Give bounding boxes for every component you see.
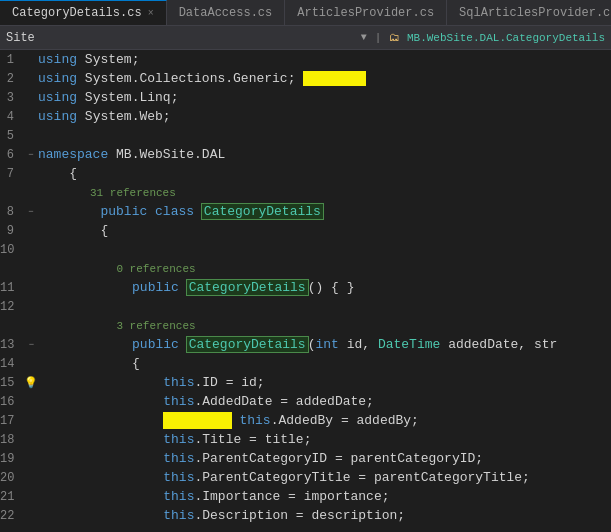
line-num-7: 7 [0, 167, 24, 181]
code-text-19: this.ParentCategoryID = parentCategoryID… [38, 451, 611, 466]
code-line-15: 15 💡 this.ID = id; [0, 373, 611, 392]
code-line-ref3: 13 3 references [0, 316, 611, 335]
code-line-6: 6 − namespace MB.WebSite.DAL [0, 145, 611, 164]
line-num-19: 19 [0, 452, 24, 466]
line-num-22: 22 [0, 509, 24, 523]
line-num-3: 3 [0, 91, 24, 105]
line-num-13: 13 [0, 338, 24, 352]
fold-icon-8[interactable]: − [24, 202, 38, 221]
code-line-3: 3 using System.Linq; [0, 88, 611, 107]
code-text-15: this.ID = id; [38, 375, 611, 390]
line-num-2: 2 [0, 72, 24, 86]
fold-icon-6[interactable]: − [24, 145, 38, 164]
code-text-9: { [38, 223, 611, 238]
line-num-11: 11 [0, 281, 24, 295]
code-text-ref3: 3 references [38, 320, 611, 332]
code-text-10 [38, 242, 611, 257]
code-line-1: 1 − using System; [0, 50, 611, 69]
line-num-12: 12 [0, 300, 24, 314]
code-line-7: 7 { [0, 164, 611, 183]
code-line-13: 13 − public CategoryDetails(int id, Date… [0, 335, 611, 354]
code-text-17: this.AddedBy = addedBy; [38, 413, 611, 428]
tab-label: ArticlesProvider.cs [297, 6, 434, 20]
code-line-14: 14 { [0, 354, 611, 373]
code-line-9: 9 { [0, 221, 611, 240]
line-num-4: 4 [0, 110, 24, 124]
line-num-20: 20 [0, 471, 24, 485]
tab-sql-articles-provider[interactable]: SqlArticlesProvider.cs [447, 0, 611, 25]
code-text-20: this.ParentCategoryTitle = parentCategor… [38, 470, 611, 485]
code-line-19: 19 this.ParentCategoryID = parentCategor… [0, 449, 611, 468]
code-text-6: namespace MB.WebSite.DAL [38, 147, 611, 162]
code-line-16: 16 this.AddedDate = addedDate; [0, 392, 611, 411]
fold-icon-13[interactable]: − [24, 335, 38, 354]
code-line-21: 21 this.Importance = importance; [0, 487, 611, 506]
tab-articles-provider[interactable]: ArticlesProvider.cs [285, 0, 447, 25]
search-bar: ▼ | 🗂 MB.WebSite.DAL.CategoryDetails [0, 26, 611, 50]
dropdown-arrow-icon[interactable]: ▼ [361, 32, 367, 43]
code-line-22: 22 this.Description = description; [0, 506, 611, 525]
code-text-7: { [38, 166, 611, 181]
tab-label: CategoryDetails.cs [12, 6, 142, 20]
tab-category-details[interactable]: CategoryDetails.cs × [0, 0, 167, 25]
code-text-2: using System.Collections.Generic; [38, 71, 611, 86]
line-num-16: 16 [0, 395, 24, 409]
code-text-18: this.Title = title; [38, 432, 611, 447]
tab-bar: CategoryDetails.cs × DataAccess.cs Artic… [0, 0, 611, 26]
code-text-14: { [38, 356, 611, 371]
tab-label: DataAccess.cs [179, 6, 273, 20]
line-num-8: 8 [0, 205, 24, 219]
tab-label: SqlArticlesProvider.cs [459, 6, 611, 20]
code-line-10: 10 [0, 240, 611, 259]
code-text-5 [38, 128, 611, 143]
code-text-16: this.AddedDate = addedDate; [38, 394, 611, 409]
line-num-15: 15 [0, 376, 24, 390]
code-line-2: 2 using System.Collections.Generic; [0, 69, 611, 88]
code-line-ref2: 11 0 references [0, 259, 611, 278]
fold-icon-15: 💡 [24, 373, 38, 392]
close-icon[interactable]: × [148, 8, 154, 19]
line-num-9: 9 [0, 224, 24, 238]
line-num-5: 5 [0, 129, 24, 143]
code-line-17: 17 this.AddedBy = addedBy; [0, 411, 611, 430]
breadcrumb: 🗂 MB.WebSite.DAL.CategoryDetails [389, 31, 605, 44]
code-line-4: 4 using System.Web; [0, 107, 611, 126]
code-line-11: 11 public CategoryDetails() { } [0, 278, 611, 297]
code-text-3: using System.Linq; [38, 90, 611, 105]
code-text-ref2: 0 references [38, 263, 611, 275]
code-line-8: 8 − public class CategoryDetails [0, 202, 611, 221]
code-line-ref1: 8 31 references [0, 183, 611, 202]
code-text-11: public CategoryDetails() { } [38, 280, 611, 295]
code-text-22: this.Description = description; [38, 508, 611, 523]
code-text-4: using System.Web; [38, 109, 611, 124]
line-num-10: 10 [0, 243, 24, 257]
tab-data-access[interactable]: DataAccess.cs [167, 0, 286, 25]
code-text-1: using System; [38, 52, 611, 67]
code-line-20: 20 this.ParentCategoryTitle = parentCate… [0, 468, 611, 487]
code-text-21: this.Importance = importance; [38, 489, 611, 504]
line-num-18: 18 [0, 433, 24, 447]
code-text-ref1: 31 references [38, 187, 611, 199]
code-text-13: public CategoryDetails(int id, DateTime … [38, 337, 611, 352]
line-num-14: 14 [0, 357, 24, 371]
code-area: 1 − using System; 2 using System.Collect… [0, 50, 611, 531]
code-text-8: public class CategoryDetails [38, 204, 611, 219]
separator: | [371, 32, 386, 44]
line-num-21: 21 [0, 490, 24, 504]
code-line-5: 5 [0, 126, 611, 145]
search-input[interactable] [6, 31, 357, 45]
code-line-12: 12 [0, 297, 611, 316]
line-num-1: 1 [0, 53, 24, 67]
line-num-6: 6 [0, 148, 24, 162]
code-text-12 [38, 299, 611, 314]
code-line-18: 18 this.Title = title; [0, 430, 611, 449]
line-num-17: 17 [0, 414, 24, 428]
